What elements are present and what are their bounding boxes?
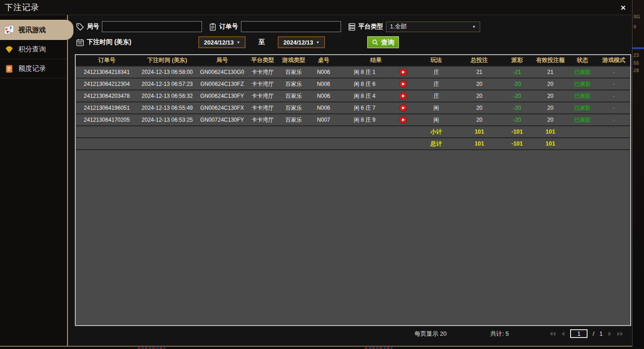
cell-play: 庄 [414, 78, 458, 90]
filter-row-1: 局号 订单号 [68, 21, 632, 32]
sidebar-item-video-games[interactable]: 9 K 视讯游戏 [0, 20, 73, 40]
cell-game: 百家乐 [278, 90, 310, 102]
cell-status: 已派彩 [567, 114, 597, 126]
search-icon [372, 39, 379, 46]
close-icon[interactable]: × [621, 3, 626, 12]
date-from-select[interactable]: 2024/12/13 ▼ [198, 36, 246, 48]
cell-round: GN00624C130FZ [196, 78, 247, 90]
cell-replay [392, 90, 415, 102]
platform-type-value: 1.全部 [390, 23, 407, 31]
dialog-title: 下注记录 [5, 2, 39, 13]
clipboard-icon [208, 23, 217, 31]
cell-platform: 卡卡湾厅 [247, 114, 277, 126]
diamond-icon [4, 44, 15, 55]
table-row: 241213064196051 2024-12-13 06:55:49 GN00… [76, 102, 630, 114]
background-artifact [633, 47, 644, 49]
background-fragment: 28 [633, 68, 639, 73]
cell-round: GN00724C130FY [196, 114, 247, 126]
total-count-label: 共计: 5 [490, 330, 509, 338]
background-page-edge: 0G 0 23 55 28 [633, 0, 644, 349]
chevron-down-icon: ▼ [316, 40, 319, 45]
cell-valid-bet: 20 [533, 78, 568, 90]
background-fragment: 55 [633, 60, 639, 66]
cell-time: 2024-12-13 06:56:32 [138, 90, 196, 102]
cell-time: 2024-12-13 06:55:49 [138, 102, 196, 114]
next-page-icon[interactable] [608, 331, 612, 337]
background-page-bottom [0, 347, 644, 349]
cell-order: 241213064203478 [76, 90, 138, 102]
background-artifact [138, 347, 165, 349]
cell-play: 庄 [414, 66, 458, 78]
table-row: 241213064170205 2024-12-13 06:53:25 GN00… [76, 114, 630, 126]
filter-row-2: 下注时间 (美东) 2024/12/13 ▼ 至 2024/12/13 ▼ [68, 36, 632, 48]
subtotal-payout: -101 [501, 126, 533, 138]
cell-game: 百家乐 [278, 78, 310, 90]
total-total-bet: 101 [458, 138, 501, 150]
svg-text:K: K [6, 27, 8, 31]
cell-payout: -20 [501, 90, 533, 102]
date-from-value: 2024/12/13 [204, 39, 234, 46]
round-number-input[interactable] [102, 21, 202, 32]
cell-platform: 卡卡湾厅 [247, 102, 277, 114]
main-content: 局号 订单号 [68, 15, 632, 346]
cell-result: 闲 8 庄 9 [337, 114, 392, 126]
col-valid-bet: 有效投注额 [533, 55, 568, 66]
cell-total-bet: 20 [458, 114, 501, 126]
prev-page-icon[interactable] [561, 331, 565, 337]
replay-video-icon[interactable] [399, 80, 407, 88]
subtotal-total-bet: 101 [458, 126, 501, 138]
replay-video-icon[interactable] [399, 68, 407, 76]
replay-video-icon[interactable] [399, 116, 407, 124]
background-fragment: 0G [633, 14, 640, 19]
total-label: 总计 [414, 138, 458, 150]
col-result: 结果 [337, 55, 414, 66]
cell-result: 闲 8 庄 1 [337, 66, 392, 78]
cell-round: GN00624C130G0 [196, 66, 247, 78]
platform-type-select[interactable]: 1.全部 ▼ [386, 22, 480, 32]
col-table: 桌号 [310, 55, 337, 66]
cell-mode: - [598, 66, 630, 78]
cell-table: N006 [310, 66, 337, 78]
first-page-icon[interactable] [549, 331, 556, 337]
page-number-input[interactable] [570, 329, 588, 338]
order-number-input[interactable] [241, 21, 341, 32]
betting-records-dialog: 下注记录 × 9 K 视讯游戏 [0, 0, 633, 347]
calendar-icon [76, 38, 84, 47]
col-platform: 平台类型 [247, 55, 277, 66]
cell-payout: -20 [501, 114, 533, 126]
cell-status: 已派彩 [567, 66, 597, 78]
cell-payout: -20 [501, 78, 533, 90]
sidebar-item-quota-records[interactable]: 额度记录 [0, 59, 67, 79]
col-mode: 游戏模式 [598, 55, 630, 66]
cell-game: 百家乐 [278, 66, 310, 78]
page-size-label: 每页显示 20 [414, 330, 447, 338]
search-button[interactable]: 查询 [367, 36, 399, 48]
cell-payout: -20 [501, 102, 533, 114]
cell-time: 2024-12-13 06:53:25 [138, 114, 196, 126]
sidebar-item-points-query[interactable]: 积分查询 [0, 40, 67, 59]
replay-video-icon[interactable] [399, 104, 407, 112]
bet-time-label: 下注时间 (美东) [87, 38, 131, 46]
tag-icon [76, 23, 84, 31]
col-round: 局号 [196, 55, 247, 66]
background-fragment: 23 [633, 52, 639, 58]
date-to-value: 2024/12/13 [283, 39, 313, 46]
cell-total-bet: 20 [458, 78, 501, 90]
playing-cards-icon: 9 K [4, 24, 15, 35]
document-icon [4, 63, 15, 74]
cell-status: 已派彩 [567, 78, 597, 90]
replay-video-icon[interactable] [399, 92, 407, 100]
sidebar-item-label: 视讯游戏 [18, 26, 46, 34]
cell-table: N006 [310, 90, 337, 102]
cell-order: 241213064218341 [76, 66, 138, 78]
page-separator: / [593, 330, 594, 337]
page-total: 1 [599, 330, 603, 337]
col-status: 状态 [567, 55, 597, 66]
cell-replay [392, 66, 415, 78]
cell-result: 闲 8 庄 4 [337, 90, 392, 102]
table-row: 241213064203478 2024-12-13 06:56:32 GN00… [76, 90, 630, 102]
date-to-select[interactable]: 2024/12/13 ▼ [278, 36, 325, 48]
to-label: 至 [258, 38, 265, 46]
cell-table: N007 [310, 114, 337, 126]
last-page-icon[interactable] [617, 331, 624, 337]
